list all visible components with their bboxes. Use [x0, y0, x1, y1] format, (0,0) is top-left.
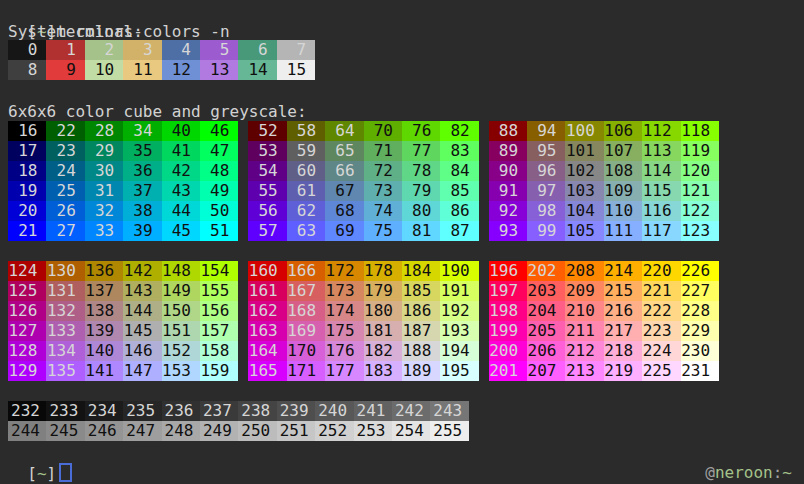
color-cube-block-6: 1962022082142202261972032092152212271982… [489, 261, 719, 381]
color-cell-164: 164 [248, 341, 286, 361]
color-cell-156: 156 [200, 301, 238, 321]
color-cell-100: 100 [565, 121, 603, 141]
color-cube-block-5: 1601661721781841901611671731791851911621… [248, 261, 478, 381]
color-cell-246: 246 [85, 421, 123, 441]
color-cell-253: 253 [354, 421, 392, 441]
color-row: 160166172178184190 [248, 261, 478, 281]
color-cell-92: 92 [489, 201, 527, 221]
color-cell-116: 116 [642, 201, 680, 221]
color-cube-band-top: 1622283440461723293541471824303642481925… [8, 121, 719, 241]
color-cell-146: 146 [123, 341, 161, 361]
color-cell-93: 93 [489, 221, 527, 241]
color-cell-85: 85 [440, 181, 478, 201]
color-cell-34: 34 [123, 121, 161, 141]
color-cell-118: 118 [681, 121, 719, 141]
color-cell-209: 209 [565, 281, 603, 301]
color-cell-185: 185 [402, 281, 440, 301]
color-cell-176: 176 [325, 341, 363, 361]
color-cell-110: 110 [604, 201, 642, 221]
color-cell-245: 245 [46, 421, 84, 441]
color-cell-150: 150 [162, 301, 200, 321]
color-cell-109: 109 [604, 181, 642, 201]
color-cell-105: 105 [565, 221, 603, 241]
color-cell-143: 143 [123, 281, 161, 301]
color-cell-81: 81 [402, 221, 440, 241]
color-cell-254: 254 [392, 421, 430, 441]
color-row: 161167173179185191 [248, 281, 478, 301]
color-row: 9298104110116122 [489, 201, 719, 221]
color-cell-13: 13 [200, 60, 238, 80]
color-cell-30: 30 [85, 161, 123, 181]
color-row: 165171177183189195 [248, 361, 478, 381]
color-cell-225: 225 [642, 361, 680, 381]
color-cell-135: 135 [46, 361, 84, 381]
color-cell-2: 2 [85, 40, 123, 60]
color-cell-123: 123 [681, 221, 719, 241]
color-cell-165: 165 [248, 361, 286, 381]
color-cell-186: 186 [402, 301, 440, 321]
color-cell-49: 49 [200, 181, 238, 201]
color-cell-80: 80 [402, 201, 440, 221]
color-cell-71: 71 [364, 141, 402, 161]
color-cell-97: 97 [527, 181, 565, 201]
color-row: 535965717783 [248, 141, 478, 161]
color-cell-214: 214 [604, 261, 642, 281]
color-cube-block-1: 1622283440461723293541471824303642481925… [8, 121, 238, 241]
color-cell-188: 188 [402, 341, 440, 361]
color-cell-38: 38 [123, 201, 161, 221]
color-cell-237: 237 [200, 401, 238, 421]
color-cell-235: 235 [123, 401, 161, 421]
color-cell-8: 8 [8, 60, 46, 80]
color-cell-145: 145 [123, 321, 161, 341]
terminal-screen[interactable]: { "terminal": { "background": "#2b2b2b",… [0, 0, 804, 484]
color-cell-147: 147 [123, 361, 161, 381]
color-cell-247: 247 [123, 421, 161, 441]
color-cell-131: 131 [46, 281, 84, 301]
color-cell-47: 47 [200, 141, 238, 161]
color-cell-161: 161 [248, 281, 286, 301]
color-cell-222: 222 [642, 301, 680, 321]
color-cell-29: 29 [85, 141, 123, 161]
color-cell-59: 59 [287, 141, 325, 161]
color-cell-149: 149 [162, 281, 200, 301]
color-cell-217: 217 [604, 321, 642, 341]
color-row: 126132138144150156 [8, 301, 238, 321]
color-cube-band-bottom: 1241301361421481541251311371431491551261… [8, 261, 719, 381]
color-cell-62: 62 [287, 201, 325, 221]
color-cell-255: 255 [430, 421, 468, 441]
color-cell-63: 63 [287, 221, 325, 241]
color-cell-18: 18 [8, 161, 46, 181]
color-cell-119: 119 [681, 141, 719, 161]
status-host-indicator: @neroon:~ [686, 443, 792, 483]
color-row: 89101112131415 [8, 60, 315, 80]
color-row: 164170176182188194 [248, 341, 478, 361]
color-cell-241: 241 [354, 401, 392, 421]
color-cell-32: 32 [85, 201, 123, 221]
color-cell-148: 148 [162, 261, 200, 281]
color-cell-14: 14 [238, 60, 276, 80]
color-cell-64: 64 [325, 121, 363, 141]
color-cell-238: 238 [238, 401, 276, 421]
prompt-line-bottom: [~] [8, 443, 72, 484]
color-cell-4: 4 [162, 40, 200, 60]
terminal-cursor[interactable] [59, 463, 72, 482]
color-row: 576369758187 [248, 221, 478, 241]
color-cell-153: 153 [162, 361, 200, 381]
color-cell-98: 98 [527, 201, 565, 221]
color-cell-172: 172 [325, 261, 363, 281]
color-cell-3: 3 [123, 40, 161, 60]
color-cell-35: 35 [123, 141, 161, 161]
color-row: 201207213219225231 [489, 361, 719, 381]
color-cell-223: 223 [642, 321, 680, 341]
color-cell-36: 36 [123, 161, 161, 181]
color-cell-228: 228 [681, 301, 719, 321]
color-cell-167: 167 [287, 281, 325, 301]
color-cell-178: 178 [364, 261, 402, 281]
color-cell-12: 12 [162, 60, 200, 80]
color-cell-216: 216 [604, 301, 642, 321]
color-cell-190: 190 [440, 261, 478, 281]
color-cell-155: 155 [200, 281, 238, 301]
color-cell-142: 142 [123, 261, 161, 281]
color-row: 8995101107113119 [489, 141, 719, 161]
system-colors-title: System colors: [8, 22, 143, 42]
